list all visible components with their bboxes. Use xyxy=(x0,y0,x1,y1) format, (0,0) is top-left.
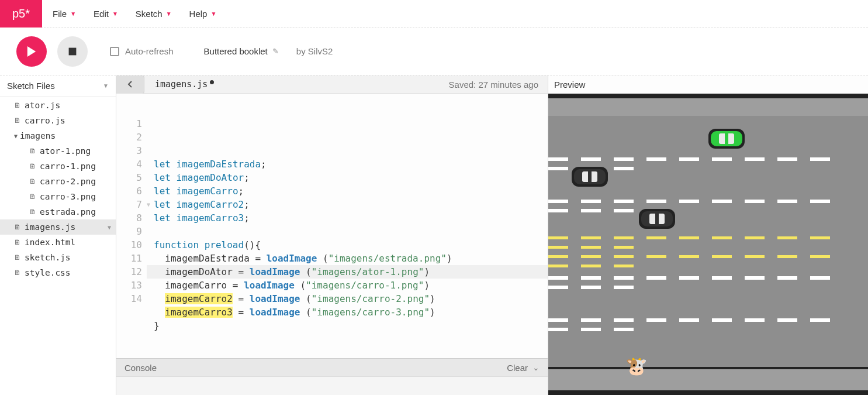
console-header[interactable]: Console Clear ⌄ xyxy=(116,358,548,376)
file-name: index.html xyxy=(25,238,75,247)
car-sprite xyxy=(707,126,746,153)
file-name: ator-1.png xyxy=(40,146,91,156)
main-menu: File▼ Edit▼ Sketch▼ Help▼ xyxy=(42,9,216,19)
file-item[interactable]: 🗎imagens.js▼ xyxy=(0,219,116,235)
file-list: 🗎ator.js🗎carro.js▼imagens🗎ator-1.png🗎car… xyxy=(0,97,116,280)
file-name: style.css xyxy=(25,268,71,277)
editor-column: imagens.js Saved: 27 minutes ago ▼ 12345… xyxy=(116,75,548,395)
menu-edit[interactable]: Edit▼ xyxy=(94,9,118,19)
file-item[interactable]: 🗎index.html xyxy=(0,235,116,250)
file-icon: 🗎 xyxy=(29,162,36,170)
preview-canvas: 🐮 xyxy=(548,94,868,395)
chevron-left-icon xyxy=(127,80,133,88)
file-name: carro-3.png xyxy=(40,192,96,201)
clear-button[interactable]: Clear xyxy=(507,363,528,373)
line-gutter: ▼ 1234567891011121314 xyxy=(116,94,147,358)
file-icon: 🗎 xyxy=(29,208,36,216)
auto-refresh-toggle[interactable]: Auto-refresh xyxy=(110,46,174,56)
caret-down-icon: ▼ xyxy=(210,11,216,17)
car-sprite xyxy=(638,207,676,233)
caret-down-icon: ▼ xyxy=(108,224,111,231)
file-icon: 🗎 xyxy=(29,193,36,201)
stop-icon xyxy=(68,47,77,56)
caret-down-icon: ▼ xyxy=(112,11,118,17)
pencil-icon: ✎ xyxy=(272,47,279,56)
file-icon: 🗎 xyxy=(14,116,21,125)
svg-rect-5 xyxy=(725,133,728,144)
control-bar: Auto-refresh Buttered booklet ✎ by SilvS… xyxy=(0,28,868,75)
unsaved-indicator-icon xyxy=(210,80,214,84)
collapse-sidebar-button[interactable] xyxy=(116,75,144,94)
file-icon: 🗎 xyxy=(14,101,21,109)
file-item[interactable]: 🗎style.css xyxy=(0,265,116,280)
sketch-name[interactable]: Buttered booklet ✎ xyxy=(204,46,279,56)
checkbox-icon xyxy=(110,47,119,56)
folder-item[interactable]: ▼imagens xyxy=(0,128,116,143)
active-tab[interactable]: imagens.js xyxy=(144,79,214,90)
car-sprite xyxy=(570,164,609,191)
preview-header: Preview xyxy=(548,75,868,94)
preview-column: Preview 🐮 xyxy=(548,75,868,395)
svg-rect-13 xyxy=(655,214,659,224)
file-name: ator.js xyxy=(25,101,60,110)
svg-rect-9 xyxy=(588,171,592,182)
svg-marker-0 xyxy=(27,46,36,57)
stop-button[interactable] xyxy=(57,36,88,67)
file-sidebar: Sketch Files ▼ 🗎ator.js🗎carro.js▼imagens… xyxy=(0,75,116,395)
menu-help[interactable]: Help▼ xyxy=(189,9,217,19)
menu-file[interactable]: File▼ xyxy=(53,9,76,19)
author-label: by SilvS2 xyxy=(296,46,333,56)
sidebar-header[interactable]: Sketch Files ▼ xyxy=(0,75,116,97)
file-item[interactable]: 🗎ator-1.png xyxy=(0,143,116,159)
file-name: sketch.js xyxy=(25,253,71,262)
file-icon: 🗎 xyxy=(14,223,21,231)
file-item[interactable]: 🗎carro-2.png xyxy=(0,174,116,189)
actor-sprite: 🐮 xyxy=(625,356,647,376)
chevron-down-icon: ⌄ xyxy=(532,363,540,372)
file-item[interactable]: 🗎estrada.png xyxy=(0,204,116,219)
menu-bar: p5* File▼ Edit▼ Sketch▼ Help▼ xyxy=(0,0,868,28)
file-name: imagens xyxy=(20,131,56,140)
code-content[interactable]: let imagemDaEstrada;let imagemDoAtor;let… xyxy=(147,94,548,358)
file-name: estrada.png xyxy=(40,207,96,217)
file-item[interactable]: 🗎ator.js xyxy=(0,98,116,113)
folder-caret-icon: ▼ xyxy=(14,133,18,139)
svg-rect-1 xyxy=(69,47,77,55)
code-editor[interactable]: ▼ 1234567891011121314 let imagemDaEstrad… xyxy=(116,94,548,358)
file-name: carro-2.png xyxy=(40,177,96,186)
file-icon: 🗎 xyxy=(14,269,21,277)
auto-refresh-label: Auto-refresh xyxy=(125,46,174,56)
caret-down-icon: ▼ xyxy=(70,11,76,17)
console-label: Console xyxy=(125,363,157,373)
file-item[interactable]: 🗎carro-3.png xyxy=(0,189,116,204)
saved-status: Saved: 27 minutes ago xyxy=(449,80,538,90)
file-name: imagens.js xyxy=(25,222,75,232)
play-icon xyxy=(26,46,37,57)
file-icon: 🗎 xyxy=(29,147,36,155)
editor-header: imagens.js Saved: 27 minutes ago xyxy=(116,75,548,94)
file-item[interactable]: 🗎carro.js xyxy=(0,113,116,128)
file-item[interactable]: 🗎sketch.js xyxy=(0,250,116,265)
file-icon: 🗎 xyxy=(29,177,36,186)
file-icon: 🗎 xyxy=(14,238,21,246)
menu-sketch[interactable]: Sketch▼ xyxy=(136,9,172,19)
logo: p5* xyxy=(0,0,42,28)
play-button[interactable] xyxy=(16,36,47,67)
file-name: carro-1.png xyxy=(40,162,96,171)
file-name: carro.js xyxy=(25,116,65,125)
caret-down-icon: ▼ xyxy=(103,83,109,89)
file-item[interactable]: 🗎carro-1.png xyxy=(0,159,116,174)
console-body xyxy=(116,376,548,395)
file-icon: 🗎 xyxy=(14,253,21,262)
caret-down-icon: ▼ xyxy=(166,11,172,17)
